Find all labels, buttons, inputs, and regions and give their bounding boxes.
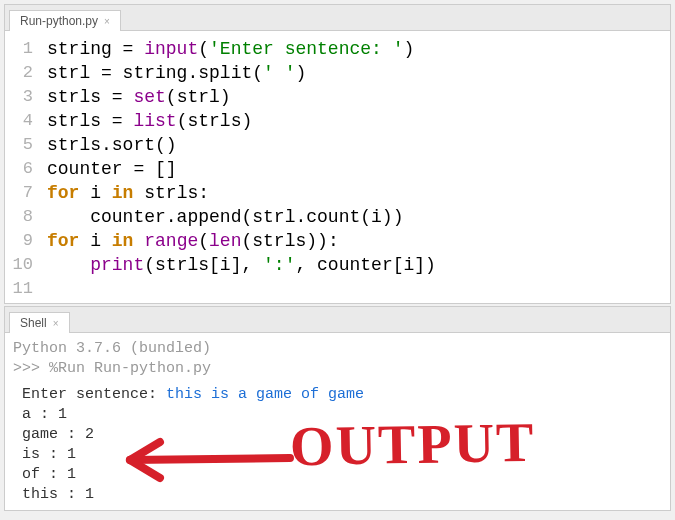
line-number: 2: [11, 61, 33, 85]
line-number: 8: [11, 205, 33, 229]
shell-output-line: of : 1: [13, 465, 662, 485]
editor-pane: Run-python.py × 1 2 3 4 5 6 7 8 9 10 11 …: [4, 4, 671, 304]
code-line: counter.append(strl.count(i)): [47, 205, 436, 229]
editor-body[interactable]: 1 2 3 4 5 6 7 8 9 10 11 string = input('…: [5, 31, 670, 303]
shell-tab-label: Shell: [20, 316, 47, 330]
shell-user-input: this is a game of game: [166, 386, 364, 403]
code-line: strls = set(strl): [47, 85, 436, 109]
code-line: for i in strls:: [47, 181, 436, 205]
shell-run-line: >>> %Run Run-python.py: [13, 359, 662, 379]
code-line: counter = []: [47, 157, 436, 181]
shell-tab[interactable]: Shell ×: [9, 312, 70, 333]
shell-run-cmd: %Run Run-python.py: [49, 360, 211, 377]
code-line: for i in range(len(strls)):: [47, 229, 436, 253]
shell-prompt: >>>: [13, 360, 49, 377]
close-icon[interactable]: ×: [104, 16, 110, 27]
code-line: strls = list(strls): [47, 109, 436, 133]
code-line: string = input('Enter sentence: '): [47, 37, 436, 61]
shell-body[interactable]: Python 3.7.6 (bundled)>>> %Run Run-pytho…: [5, 333, 670, 510]
code-line: strls.sort(): [47, 133, 436, 157]
shell-output-line: a : 1: [13, 405, 662, 425]
close-icon[interactable]: ×: [53, 318, 59, 329]
code-line: strl = string.split(' '): [47, 61, 436, 85]
line-gutter: 1 2 3 4 5 6 7 8 9 10 11: [5, 31, 43, 303]
line-number: 4: [11, 109, 33, 133]
editor-tab[interactable]: Run-python.py ×: [9, 10, 121, 31]
code-line: print(strls[i], ':', counter[i]): [47, 253, 436, 277]
editor-tab-bar: Run-python.py ×: [5, 5, 670, 31]
line-number: 3: [11, 85, 33, 109]
shell-output-line: is : 1: [13, 445, 662, 465]
line-number: 5: [11, 133, 33, 157]
shell-tab-bar: Shell ×: [5, 307, 670, 333]
code-area[interactable]: string = input('Enter sentence: ')strl =…: [43, 31, 440, 303]
line-number: 1: [11, 37, 33, 61]
line-number: 6: [11, 157, 33, 181]
shell-output-line: this : 1: [13, 485, 662, 505]
shell-input-line: Enter sentence: this is a game of game: [13, 385, 662, 405]
line-number: 10: [11, 253, 33, 277]
line-number: 9: [11, 229, 33, 253]
shell-pane: Shell × Python 3.7.6 (bundled)>>> %Run R…: [4, 306, 671, 511]
shell-banner: Python 3.7.6 (bundled): [13, 339, 662, 359]
editor-tab-label: Run-python.py: [20, 14, 98, 28]
shell-output-line: game : 2: [13, 425, 662, 445]
line-number: 11: [11, 277, 33, 301]
line-number: 7: [11, 181, 33, 205]
